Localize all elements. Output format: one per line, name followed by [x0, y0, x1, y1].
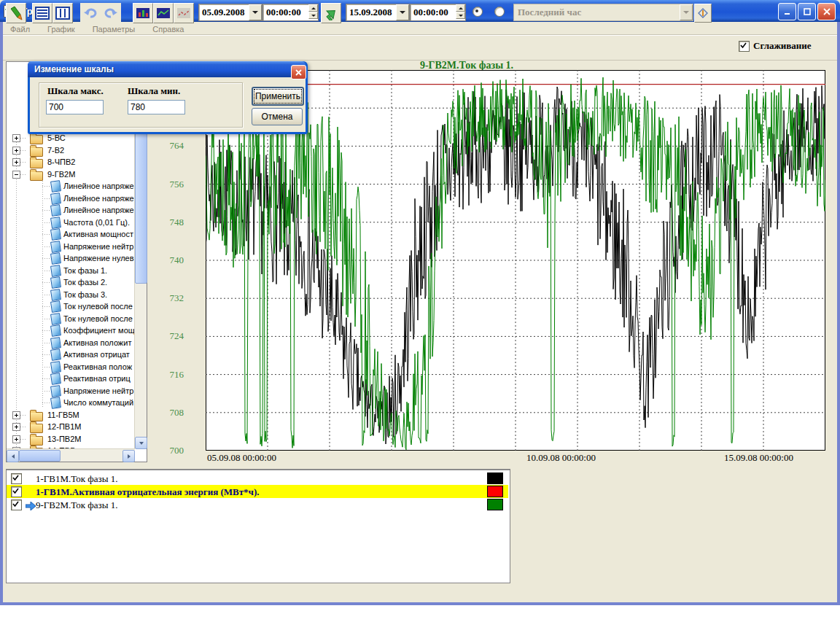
tree-row[interactable]: Линейное напряже — [7, 192, 135, 204]
spin-down-icon[interactable] — [308, 12, 318, 19]
legend-checkbox[interactable] — [11, 499, 22, 510]
series-color-swatch[interactable] — [487, 486, 503, 497]
tree-row[interactable]: 12-ПВ1М — [7, 421, 135, 432]
range-mode-radio-selected[interactable] — [472, 7, 483, 17]
scroll-down-button[interactable] — [135, 437, 147, 449]
redo-button[interactable] — [101, 3, 121, 23]
series-color-swatch[interactable] — [487, 472, 503, 484]
minimize-button[interactable] — [778, 3, 796, 20]
tree-row[interactable]: Линейное напряже — [7, 204, 135, 216]
time-to-stepper[interactable] — [456, 4, 465, 19]
menu-item-1[interactable]: Файл — [3, 24, 37, 34]
vertical-layout-button[interactable] — [52, 3, 73, 23]
tree-row[interactable]: Ток фазы 1. — [7, 265, 135, 276]
tree-row[interactable]: Напряжение нейтр — [7, 385, 135, 397]
date-from-select[interactable]: 05.09.2008 — [198, 4, 262, 21]
date-from-dropdown-button[interactable] — [249, 4, 262, 20]
date-to-select[interactable]: 15.09.2008 — [346, 4, 410, 21]
tree-row[interactable]: Напряжение нулев — [7, 252, 135, 264]
apply-button[interactable]: Применить — [252, 87, 304, 106]
expand-box-icon[interactable] — [12, 134, 20, 142]
legend-series-label: 1-ГВ1М.Ток фазы 1. — [36, 473, 117, 485]
bar-chart-button[interactable] — [133, 3, 153, 23]
tree-parameter-label: Напряжение нейтр — [63, 242, 133, 251]
expand-box-icon[interactable] — [12, 158, 20, 166]
tree-row[interactable]: 11-ГВ5М — [7, 409, 135, 421]
date-to-dropdown-button[interactable] — [396, 4, 409, 20]
collapse-box-icon[interactable] — [12, 171, 20, 179]
tree-parameter-label: Реактивная полож — [63, 362, 132, 371]
parameter-page-icon — [50, 180, 61, 192]
time-to-input[interactable]: 00:00:00 — [410, 4, 466, 21]
menu-item-3[interactable]: Параметры — [85, 24, 143, 34]
tree-row[interactable]: Частота (0,01 Гц). — [7, 217, 135, 228]
tree-hscroll-thumb[interactable] — [19, 450, 61, 462]
time-from-stepper[interactable] — [308, 4, 318, 19]
folder-icon — [30, 424, 43, 433]
tree-folder-label: 5-ВС — [47, 133, 66, 142]
tree-row[interactable]: 7-В2 — [7, 144, 135, 156]
scroll-right-button[interactable] — [122, 450, 135, 462]
tree-parameter-label: Частота (0,01 Гц). — [63, 218, 130, 227]
time-from-input[interactable]: 00:00:00 — [262, 4, 319, 21]
x-tick-label: 10.09.08 00:00:00 — [526, 452, 596, 464]
smoothing-checkbox[interactable] — [739, 41, 750, 52]
spin-up-icon[interactable] — [308, 4, 318, 12]
tree-parameter-label: Коэффициент мощ — [63, 326, 135, 335]
scale-range-button[interactable] — [694, 4, 712, 23]
tree-row[interactable]: Реактивная отриц — [7, 373, 135, 384]
apply-range-button[interactable] — [321, 3, 341, 23]
line-chart-icon — [157, 8, 170, 18]
expand-box-icon[interactable] — [12, 411, 20, 419]
menu-item-4[interactable]: Справка — [145, 24, 191, 34]
tree-row[interactable]: Напряжение нейтр — [7, 241, 135, 252]
legend-row[interactable]: 1-ГВ1М.Активная отрицательная энергия (М… — [7, 485, 508, 498]
expand-box-icon[interactable] — [12, 423, 20, 431]
tree-connector — [42, 367, 50, 368]
tree-row[interactable]: Ток фазы 2. — [7, 276, 135, 288]
tree-connector — [42, 234, 50, 235]
tree-row[interactable]: Ток нулевой после — [7, 300, 135, 312]
horizontal-layout-button[interactable] — [32, 3, 52, 23]
tree-row[interactable]: Реактивная полож — [7, 361, 135, 373]
maximize-button[interactable] — [798, 3, 816, 20]
tree-row[interactable]: Активная мощност — [7, 228, 135, 240]
expand-box-icon[interactable] — [12, 435, 20, 443]
tree-horizontal-scrollbar[interactable] — [7, 448, 135, 462]
line-chart-button[interactable] — [153, 3, 174, 23]
tree-row[interactable]: 8-ЧПВ2 — [7, 156, 135, 168]
smoothing-label: Сглаживание — [753, 40, 812, 52]
tree-row[interactable]: 9-ГВ2М — [7, 168, 135, 180]
tree-row[interactable]: Коэффициент мощ — [7, 324, 135, 336]
tree-parameter-label: Ток нулевой после — [63, 314, 133, 323]
horizontal-layout-icon — [35, 7, 50, 20]
tree-row[interactable]: Линейное напряже — [7, 180, 135, 192]
undo-button[interactable] — [80, 3, 101, 23]
spin-up-icon[interactable] — [456, 4, 465, 12]
menubar: ФайлГрафикПараметрыСправка — [3, 23, 837, 35]
scale-max-field[interactable] — [46, 100, 104, 114]
dialog-close-button[interactable] — [291, 65, 306, 79]
series-color-swatch[interactable] — [487, 499, 503, 510]
trend-chart-button[interactable] — [174, 3, 194, 23]
legend-row[interactable]: 9-ГВ2М.Ток фазы 1. — [7, 498, 508, 511]
legend-checkbox[interactable] — [11, 486, 22, 497]
cancel-button[interactable]: Отмена — [252, 108, 303, 125]
scroll-left-button[interactable] — [7, 450, 19, 462]
menu-item-2[interactable]: График — [40, 24, 82, 34]
expand-box-icon[interactable] — [12, 147, 20, 155]
close-button[interactable] — [817, 3, 836, 20]
tree-row[interactable]: Ток фазы 3. — [7, 289, 135, 300]
legend-checkbox[interactable] — [11, 473, 22, 484]
interval-select[interactable]: Последний час — [513, 4, 693, 21]
spin-down-icon[interactable] — [456, 12, 465, 19]
tree-row[interactable]: Активная отрицат — [7, 349, 135, 360]
tree-row[interactable]: Ток нулевой после — [7, 313, 135, 324]
legend-row[interactable]: 1-ГВ1М.Ток фазы 1. — [7, 472, 508, 485]
tree-row[interactable]: Число коммутаций — [7, 397, 135, 408]
tree-row[interactable]: 13-ПВ2М — [7, 433, 135, 445]
pencil-button[interactable] — [6, 3, 26, 23]
range-mode-radio-unselected[interactable] — [494, 7, 505, 17]
scale-min-field[interactable] — [128, 100, 185, 114]
tree-row[interactable]: Активная положит — [7, 337, 135, 349]
